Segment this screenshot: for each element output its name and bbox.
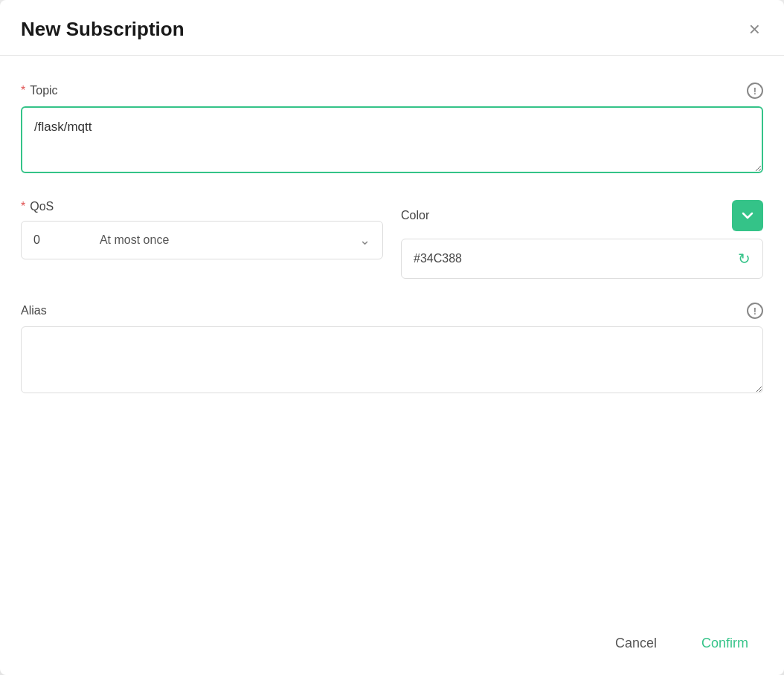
alias-label-left: Alias [21, 304, 47, 317]
color-label-text: Color [401, 209, 429, 222]
color-value: #34C388 [414, 252, 462, 265]
new-subscription-dialog: New Subscription × * Topic ! /flask/mqtt [0, 0, 784, 675]
refresh-icon[interactable]: ↻ [738, 250, 751, 268]
topic-label-left: * Topic [21, 84, 58, 97]
qos-label-row: * QoS [21, 200, 383, 213]
qos-select[interactable]: 0 At most once ⌄ [21, 221, 383, 259]
qos-chevron-down-icon: ⌄ [359, 232, 370, 248]
dialog-footer: Cancel Confirm [0, 612, 784, 675]
alias-label-row: Alias ! [21, 303, 763, 319]
alias-info-icon[interactable]: ! [747, 303, 763, 319]
dialog-header: New Subscription × [0, 0, 784, 56]
qos-required-star: * [21, 200, 25, 213]
dialog-body: * Topic ! /flask/mqtt * QoS 0 At most on… [0, 56, 784, 612]
topic-label-text: Topic [30, 84, 57, 97]
close-button[interactable]: × [746, 16, 763, 42]
alias-field-group: Alias ! [21, 303, 763, 396]
alias-label-text: Alias [21, 304, 47, 317]
qos-option-text: At most once [100, 233, 359, 247]
color-swatch-button[interactable] [732, 200, 763, 231]
close-icon: × [749, 19, 760, 39]
cancel-button[interactable]: Cancel [600, 627, 672, 660]
qos-field-group: * QoS 0 At most once ⌄ [21, 200, 383, 279]
topic-input[interactable]: /flask/mqtt [21, 106, 763, 173]
topic-label-row: * Topic ! [21, 83, 763, 99]
alias-input[interactable] [21, 326, 763, 393]
qos-color-row: * QoS 0 At most once ⌄ Color [21, 200, 763, 279]
qos-value: 0 [33, 233, 40, 247]
confirm-button[interactable]: Confirm [687, 627, 763, 660]
topic-field-group: * Topic ! /flask/mqtt [21, 83, 763, 176]
topic-info-icon[interactable]: ! [747, 83, 763, 99]
color-field-group: Color #34C388 ↻ [401, 200, 763, 279]
color-label-row: Color [401, 200, 763, 231]
color-swatch-chevron-icon [741, 209, 754, 222]
topic-required-star: * [21, 84, 25, 97]
color-input-row: #34C388 ↻ [401, 239, 763, 279]
dialog-title: New Subscription [21, 18, 184, 41]
qos-label-text: QoS [30, 200, 54, 213]
